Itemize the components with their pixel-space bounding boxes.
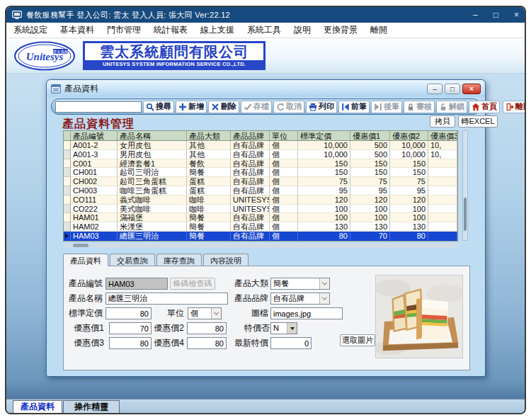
table-cell[interactable]: 150: [298, 168, 350, 177]
table-cell[interactable]: [428, 186, 457, 195]
table-cell[interactable]: CO111: [71, 195, 118, 205]
close-button[interactable]: ×: [514, 8, 519, 22]
table-cell[interactable]: 自有品牌: [231, 213, 270, 222]
row-selector[interactable]: [64, 159, 71, 169]
table-cell[interactable]: 個: [270, 222, 298, 232]
table-cell[interactable]: 10,: [428, 141, 457, 150]
table-cell[interactable]: 總匯三明治: [118, 232, 187, 241]
product-window-titlebar[interactable]: 產品資料 – □ ×: [47, 80, 485, 97]
table-cell[interactable]: 100: [390, 205, 428, 214]
tab-1[interactable]: 交易查詢: [110, 254, 155, 266]
home-button[interactable]: 首頁: [469, 101, 500, 113]
table-cell[interactable]: UNITESYS: [231, 205, 270, 214]
table-cell[interactable]: 10,000: [390, 141, 428, 150]
table-cell[interactable]: 自有品牌: [231, 186, 270, 195]
table-cell[interactable]: 自有品牌: [231, 168, 270, 177]
minimize-button[interactable]: –: [473, 8, 478, 22]
horizontal-scrollbar[interactable]: [63, 243, 458, 248]
table-row[interactable]: CH002起司三角蛋糕蛋糕自有品牌個757575: [64, 177, 457, 186]
table-header-0[interactable]: 產品編號: [71, 131, 118, 141]
table-cell[interactable]: 其他: [187, 141, 231, 150]
list-price-field[interactable]: [105, 307, 152, 319]
table-cell[interactable]: 130: [298, 222, 350, 232]
chevron-down-icon[interactable]: [319, 293, 329, 304]
row-selector[interactable]: [64, 168, 71, 177]
table-cell[interactable]: 蛋糕: [187, 177, 231, 186]
table-cell[interactable]: 100: [298, 205, 350, 214]
table-cell[interactable]: 滿福堡: [118, 213, 187, 222]
table-cell[interactable]: 米漢堡: [118, 222, 187, 232]
table-cell[interactable]: 個: [270, 205, 298, 214]
table-cell[interactable]: 150: [298, 159, 350, 169]
add-button[interactable]: 新增: [176, 101, 207, 113]
discount2-field[interactable]: [187, 322, 227, 334]
table-cell[interactable]: 餐飲: [187, 159, 231, 169]
menu-item-1[interactable]: 基本資料: [60, 24, 94, 36]
row-selector[interactable]: [64, 141, 71, 150]
table-row[interactable]: A001-2女用皮包其他自有品牌個10,00050010,00010,: [64, 141, 457, 150]
table-cell[interactable]: 簡餐: [187, 213, 231, 222]
taskbar-item-wizard[interactable]: 操作精靈: [63, 400, 120, 414]
table-cell[interactable]: 簡餐: [187, 222, 231, 232]
table-header-4[interactable]: 單位: [270, 131, 298, 141]
table-cell[interactable]: 起司三明治: [118, 168, 187, 177]
table-cell[interactable]: 120: [298, 195, 350, 205]
table-cell[interactable]: [428, 159, 457, 169]
table-cell[interactable]: 150: [390, 168, 428, 177]
product-window-minimize-button[interactable]: –: [427, 84, 442, 94]
table-cell[interactable]: 80: [390, 232, 428, 241]
table-cell[interactable]: 10,000: [390, 150, 428, 159]
vertical-scrollbar-thumb[interactable]: [464, 198, 467, 231]
table-cell[interactable]: 100: [350, 205, 390, 214]
table-cell[interactable]: 個: [270, 177, 298, 186]
table-cell[interactable]: 150: [350, 159, 390, 169]
table-cell[interactable]: CH001: [71, 168, 118, 177]
table-cell[interactable]: 咖啡三角蛋糕: [118, 186, 187, 195]
table-cell[interactable]: [428, 205, 457, 214]
table-cell[interactable]: 130: [390, 222, 428, 232]
table-cell[interactable]: 經濟套餐1: [118, 159, 187, 169]
table-header-3[interactable]: 產品品牌: [231, 131, 270, 141]
special-flag-select[interactable]: N: [270, 322, 297, 334]
menu-item-7[interactable]: 更換背景: [324, 24, 358, 36]
product-window-close-button[interactable]: ×: [462, 84, 481, 94]
table-cell[interactable]: 80: [298, 232, 350, 241]
table-cell[interactable]: 個: [270, 232, 298, 241]
print-button[interactable]: 列印: [306, 101, 337, 113]
prev-record-button[interactable]: 前筆: [338, 101, 370, 113]
menu-item-8[interactable]: 離開: [370, 24, 387, 36]
table-cell[interactable]: 自有品牌: [231, 232, 270, 241]
table-header-5[interactable]: 標準定價: [298, 131, 350, 141]
table-cell[interactable]: 美式咖啡: [118, 205, 187, 214]
tab-2[interactable]: 庫存查詢: [156, 254, 202, 266]
table-cell[interactable]: 500: [350, 141, 390, 150]
row-selector[interactable]: [64, 205, 71, 214]
table-cell[interactable]: 自有品牌: [231, 159, 270, 169]
table-cell[interactable]: HAM02: [71, 222, 118, 232]
table-cell[interactable]: 95: [350, 186, 390, 195]
discount1-field[interactable]: [109, 322, 152, 334]
table-header-2[interactable]: 產品大類: [187, 131, 231, 141]
maximize-button[interactable]: □: [493, 8, 498, 22]
category-select[interactable]: 簡餐: [270, 278, 330, 290]
menu-item-4[interactable]: 線上支援: [200, 24, 234, 36]
table-cell[interactable]: 個: [270, 159, 298, 169]
table-cell[interactable]: 75: [298, 177, 350, 186]
dropdown-arrow-icon[interactable]: [287, 323, 297, 334]
table-row[interactable]: HAM02米漢堡簡餐自有品牌個130130130: [64, 222, 457, 232]
table-cell[interactable]: HAM01: [71, 213, 118, 222]
unit-select[interactable]: 個: [188, 307, 222, 319]
table-cell[interactable]: CH002: [71, 177, 118, 186]
table-cell[interactable]: 100: [298, 213, 350, 222]
table-cell[interactable]: 蛋糕: [187, 186, 231, 195]
row-selector[interactable]: [64, 222, 71, 232]
table-cell[interactable]: C001: [71, 159, 118, 169]
table-cell[interactable]: 75: [390, 177, 428, 186]
table-cell[interactable]: 95: [390, 186, 428, 195]
chevron-down-icon[interactable]: [211, 308, 221, 319]
table-cell[interactable]: 起司三角蛋糕: [118, 177, 187, 186]
table-cell[interactable]: 女用皮包: [118, 141, 187, 150]
tab-0[interactable]: 產品資料: [63, 254, 108, 266]
table-cell[interactable]: 75: [350, 177, 390, 186]
menu-item-3[interactable]: 統計報表: [154, 24, 188, 36]
